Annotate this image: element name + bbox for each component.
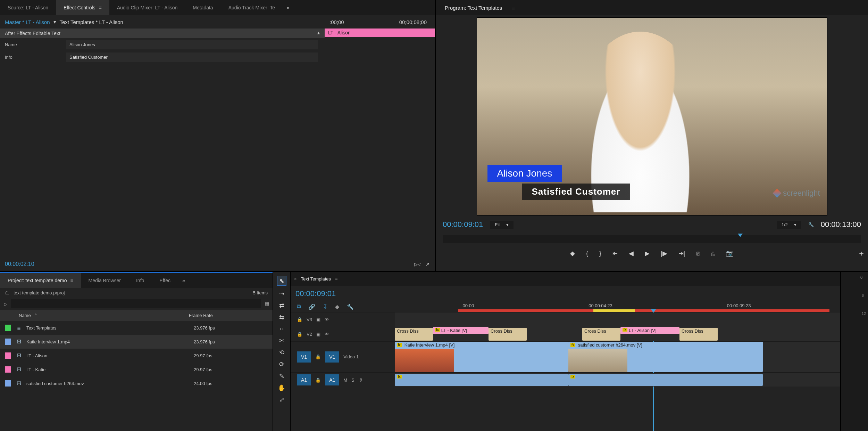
razor-tool-icon[interactable]: ✂ [279,337,284,344]
program-time-ruler[interactable] [443,235,861,243]
sync-lock-icon[interactable]: ▣ [316,332,320,337]
play-button[interactable]: ▶ [645,250,650,257]
linked-selection-icon[interactable]: 🔗 [308,303,315,310]
project-item[interactable]: 🎞 Katie Interview 1.mp4 23.976 fps [0,335,273,349]
section-collapse-icon[interactable]: ▾ [317,31,320,36]
tab-media-browser[interactable]: Media Browser [81,273,128,288]
resolution-dropdown[interactable]: 1/2 ▾ [777,221,801,229]
track-target-a1[interactable]: A1 [325,374,339,385]
field-info-input[interactable]: Satisfied Customer [66,52,318,62]
snap-icon[interactable]: ⧉ [297,303,301,310]
clip-cross-dissolve[interactable]: Cross Diss [395,328,433,341]
clip-audio-sat[interactable]: fx [568,374,763,386]
clip-cross-dissolve[interactable]: Cross Diss [582,328,620,341]
zoom-fit-dropdown[interactable]: Fit ▾ [490,221,513,229]
program-playhead-icon[interactable] [738,234,743,237]
tab-program[interactable]: Program: Text Templates [439,5,508,11]
ec-timecode[interactable]: 00:00:02:10 [5,261,34,267]
lock-icon[interactable]: 🔒 [297,332,302,337]
rate-stretch-tool-icon[interactable]: ↔ [278,325,285,333]
mark-in-button[interactable]: { [586,250,588,257]
extract-button[interactable]: ⎌ [711,250,715,257]
clip-cross-dissolve[interactable]: Cross Diss [679,328,718,341]
record-icon[interactable]: 🎙 [359,377,363,383]
project-item[interactable]: ≣ Text Templates 23.976 fps [0,321,273,335]
source-patch-v1[interactable]: V1 [297,351,311,363]
step-forward-button[interactable]: |▶ [661,250,667,257]
track-a1-lane[interactable]: fx fx [395,373,840,387]
clip-katie-interview[interactable]: fx Katie Interview 1.mp4 [V] [395,342,568,372]
ec-track-clip[interactable]: LT - Alison [325,29,435,37]
project-item[interactable]: 🎞 LT - Alison 29.97 fps [0,349,273,363]
lift-button[interactable]: ⎚ [696,250,700,257]
loop-playback-icon[interactable]: ▷◁ [414,262,420,267]
insert-overwrite-icon[interactable]: ↧ [323,303,327,310]
sync-lock-icon[interactable]: ▣ [316,317,320,322]
work-area-bar[interactable] [458,309,840,312]
pen-tool-icon[interactable]: ✎ [279,372,284,380]
settings-icon[interactable]: 🔧 [808,222,814,227]
track-v3-lane[interactable] [395,312,840,327]
panel-menu-icon[interactable]: ≡ [99,5,102,10]
slip-tool-icon[interactable]: ⟲ [279,349,284,356]
tab-effect-controls[interactable]: Effect Controls ≡ [56,0,109,15]
program-tc-current[interactable]: 00:00:09:01 [443,220,483,229]
column-name-header[interactable]: Name ˄ [19,313,189,318]
track-v2-lane[interactable]: Cross Diss fx LT - Katie [V] Cross Diss … [395,327,840,341]
step-back-button[interactable]: ◀ [629,250,634,257]
lock-icon[interactable]: 🔒 [315,377,321,383]
close-tab-icon[interactable]: × [294,276,297,282]
timeline-timecode[interactable]: 00:00:09:01 [295,289,336,298]
slide-tool-icon[interactable]: ⟳ [279,360,284,368]
tab-overflow-icon[interactable]: » [283,5,294,10]
tab-effects[interactable]: Effec [152,273,178,288]
solo-icon[interactable]: S [351,377,354,383]
timeline-ruler[interactable]: :00:00 00:00:04:23 00:00:09:23 [354,302,840,309]
project-search-input[interactable] [11,299,261,308]
lock-icon[interactable]: 🔒 [315,354,321,359]
export-frame-button[interactable]: 📷 [726,250,734,257]
ae-text-section-header[interactable]: After Effects Editable Text ▾ [0,29,325,38]
timeline-settings-icon[interactable]: 🔧 [347,303,354,310]
track-target-v1[interactable]: V1 [325,351,339,363]
clip-satisfied-customer[interactable]: fx satisfied customer h264.mov [V] [568,342,763,372]
clip-cross-dissolve[interactable]: Cross Diss [489,328,527,341]
ripple-edit-tool-icon[interactable]: ⇄ [279,302,284,309]
tab-audio-track-mixer[interactable]: Audio Track Mixer: Te [221,0,283,15]
column-framerate-header[interactable]: Frame Rate [189,313,213,318]
tab-overflow-icon[interactable]: » [178,278,189,283]
panel-menu-icon[interactable]: ≡ [512,5,515,11]
go-to-out-button[interactable]: ⇥| [678,250,685,257]
clip-audio-katie[interactable]: fx [395,374,568,386]
lock-icon[interactable]: 🔒 [297,317,302,322]
panel-menu-icon[interactable]: ≡ [335,276,338,282]
project-item[interactable]: 🎞 satisfied customer h264.mov 24.00 fps [0,376,273,390]
add-marker-button[interactable]: ◆ [570,250,575,257]
project-item[interactable]: 🎞 LT - Katie 29.97 fps [0,363,273,376]
field-name-input[interactable]: Alison Jones [66,40,318,49]
panel-menu-icon[interactable]: ≡ [70,278,73,283]
track-select-tool-icon[interactable]: ⇢ [279,290,284,298]
eye-icon[interactable]: 👁 [325,332,329,337]
new-bin-icon[interactable]: ▦ [265,301,269,306]
tab-metadata[interactable]: Metadata [185,0,220,15]
master-clip-link[interactable]: Master * LT - Alison [5,19,50,25]
chevron-down-icon[interactable]: ▾ [53,19,56,25]
hand-tool-icon[interactable]: ✋ [278,384,285,392]
eye-icon[interactable]: 👁 [325,317,329,322]
clip-lt-katie[interactable]: fx LT - Katie [V] [433,327,489,334]
tab-source[interactable]: Source: LT - Alison [0,0,56,15]
rolling-edit-tool-icon[interactable]: ⇆ [279,314,284,321]
mark-out-button[interactable]: } [599,250,601,257]
program-monitor[interactable]: Alison Jones Satisfied Customer screenli… [477,17,827,216]
tab-project[interactable]: Project: text template demo ≡ [0,273,81,288]
source-patch-a1[interactable]: A1 [297,374,311,385]
go-to-in-button[interactable]: ⇤ [612,250,618,257]
track-v1-lane[interactable]: fx Katie Interview 1.mp4 [V] fx satisfie… [395,342,840,372]
clip-lt-alison[interactable]: fx LT - Alison [V] [620,327,679,334]
export-frame-icon[interactable]: ↗ [425,262,430,267]
tab-sequence[interactable]: Text Templates [301,276,331,282]
marker-icon[interactable]: ◆ [335,303,339,310]
zoom-tool-icon[interactable]: ⤢ [279,396,284,404]
tab-info[interactable]: Info [128,273,152,288]
